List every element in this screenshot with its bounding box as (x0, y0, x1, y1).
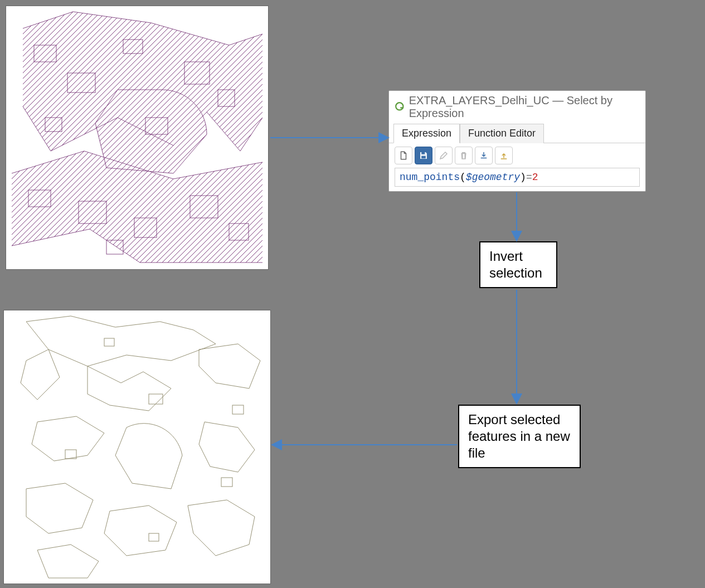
arrow-map-to-dialog (0, 0, 705, 588)
